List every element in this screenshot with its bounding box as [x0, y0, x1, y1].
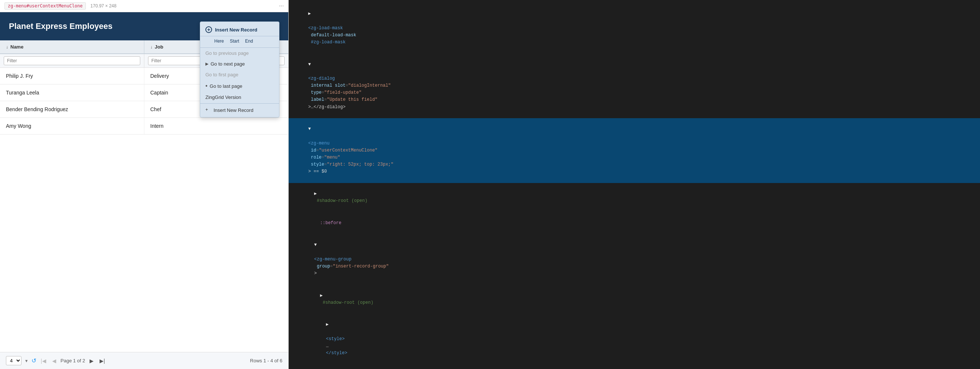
devtools-line: ▶ #shadow-root (open) [289, 183, 980, 212]
filter-input-name[interactable] [4, 56, 140, 65]
devtools-line: ▼ <zg-menu-group group="insert-record-gr… [289, 234, 980, 284]
cell-name-0: Philip J. Fry [0, 68, 144, 84]
bullet-icon: • [205, 83, 208, 89]
devtools-line: ::before [289, 212, 980, 234]
pagination-bar: 4 ▼ ↺ |◀ ◀ Page 1 of 2 ▶ ▶| Rows 1 - 4 o… [0, 352, 288, 369]
tooltip-bar: zg-menu#userContextMenuClone 170.97 × 24… [0, 0, 288, 12]
sort-arrow-job: ↓ [150, 45, 153, 50]
col-label-name: Name [10, 44, 23, 50]
table-row: Amy Wong Intern [0, 118, 288, 134]
next-page-button[interactable]: ▶ [88, 357, 95, 364]
last-page-button[interactable]: ▶| [98, 357, 107, 364]
menu-item-last-page[interactable]: • Go to last page [200, 80, 279, 92]
page-size-select[interactable]: 4 [6, 356, 21, 365]
element-dimensions: 170.97 × 248 [90, 3, 116, 8]
page-size-arrow: ▼ [24, 359, 29, 363]
devtools-line: ▼ <zg-dialog internal slot="dialogIntern… [289, 53, 980, 118]
menu-sub-item-start[interactable]: Start [230, 38, 239, 45]
chevron-icon: ▶ [205, 62, 208, 66]
cell-name-2: Bender Bending Rodriguez [0, 101, 144, 117]
rows-info: Rows 1 - 4 of 6 [250, 358, 282, 363]
first-page-button[interactable]: |◀ [39, 357, 48, 364]
filter-cell-name [0, 54, 144, 67]
plus-circle-icon: + [205, 26, 212, 33]
menu-item-last-page-left: • Go to last page [205, 83, 242, 89]
devtools-line: ▶ #shadow-root (open) [289, 284, 980, 314]
sort-arrow-name: ↓ [6, 45, 8, 50]
menu-item-insert-bottom-label: Insert New Record [213, 107, 253, 113]
plus-circle-icon-bottom: + [205, 107, 211, 113]
menu-item-first-page-label: Go to first page [205, 72, 238, 77]
more-options-icon[interactable]: ··· [279, 3, 284, 9]
menu-item-prev-page[interactable]: Go to previous page [200, 48, 279, 59]
element-tag: zg-menu#userContextMenuClone [5, 2, 86, 10]
menu-item-insert-bottom[interactable]: + Insert New Record [200, 104, 279, 116]
cell-name-3: Amy Wong [0, 118, 144, 134]
menu-item-version-label: ZingGrid Version [205, 94, 241, 100]
devtools-line: ▶ <style> … </style> [289, 314, 980, 364]
menu-sub-item-end[interactable]: End [245, 38, 253, 45]
cell-name-1: Turanga Leela [0, 85, 144, 101]
menu-item-next-page-left: ▶ Go to next page [205, 61, 245, 67]
devtools-line-selected[interactable]: ▼ <zg-menu id="userContextMenuClone" rol… [289, 118, 980, 183]
menu-item-first-page[interactable]: Go to first page [200, 69, 279, 80]
devtools-panel: ▶ <zg-load-mask default-load-mask #zg-lo… [289, 0, 980, 369]
menu-item-prev-page-label: Go to previous page [205, 50, 249, 56]
menu-item-last-page-label: Go to last page [210, 83, 242, 89]
menu-group-header-insert[interactable]: + Insert New Record [200, 23, 279, 36]
menu-item-next-page[interactable]: ▶ Go to next page [200, 59, 279, 69]
devtools-line: ▶ <zg-load-mask default-load-mask #zg-lo… [289, 3, 980, 53]
insert-record-label: Insert New Record [215, 27, 257, 33]
col-header-name[interactable]: ↓ Name [0, 40, 144, 53]
page-info: Page 1 of 2 [61, 358, 86, 363]
menu-item-version[interactable]: ZingGrid Version [200, 92, 279, 102]
devtools-line: ▶ <zg-icon name="createrecord" slot="zgM… [289, 364, 980, 369]
prev-page-button[interactable]: ◀ [51, 357, 58, 364]
menu-sub-item-here[interactable]: Here [214, 38, 224, 45]
context-menu: + Insert New Record Here Start End Go to… [200, 21, 279, 117]
menu-sub-items: Here Start End [200, 36, 279, 48]
menu-separator [200, 103, 279, 104]
refresh-button[interactable]: ↺ [32, 357, 36, 364]
cell-job-3: Intern [144, 118, 288, 134]
grid-title: Planet Express Employees [9, 21, 113, 31]
left-panel: zg-menu#userContextMenuClone 170.97 × 24… [0, 0, 289, 369]
col-label-job: Job [155, 44, 163, 50]
menu-item-next-page-label: Go to next page [211, 61, 245, 67]
